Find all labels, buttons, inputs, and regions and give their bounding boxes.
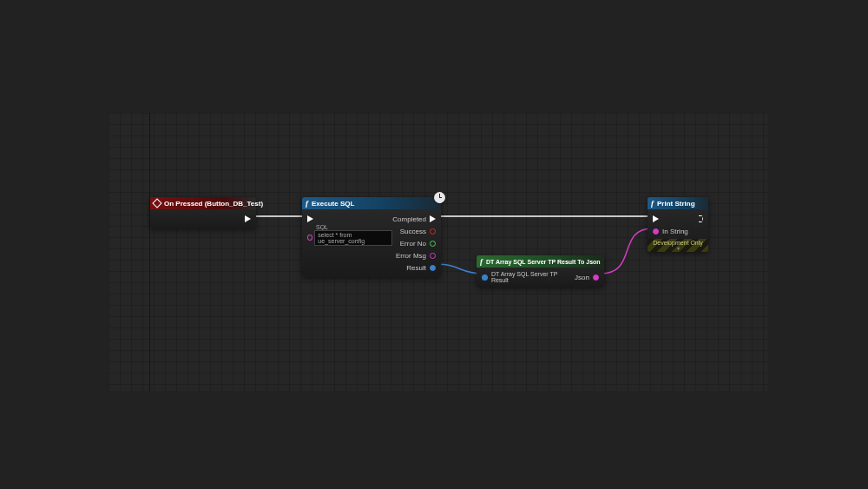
exec-pin-out[interactable]	[699, 215, 703, 222]
node-title: Execute SQL	[312, 200, 354, 208]
sql-input-field[interactable]: select * from ue_server_config	[314, 230, 392, 246]
event-icon	[152, 198, 161, 208]
exec-pin-in[interactable]	[653, 215, 659, 222]
pin-label-completed: Completed	[392, 215, 426, 223]
pin-result[interactable]	[430, 265, 436, 271]
pin-label-result: Result	[406, 264, 426, 272]
grid-gutter	[149, 113, 150, 391]
pin-label-success: Success	[400, 228, 426, 235]
pin-error-no[interactable]	[430, 241, 436, 247]
node-execute-sql[interactable]: f Execute SQL SQL select * from ue_serve…	[302, 197, 441, 277]
node-header[interactable]: On Pressed (Button_DB_Test)	[150, 197, 256, 209]
pin-json-out[interactable]	[593, 274, 599, 281]
node-header[interactable]: f DT Array SQL Server TP Result To Json	[477, 255, 604, 268]
exec-pin-out[interactable]	[245, 215, 251, 222]
function-icon: f	[651, 199, 654, 208]
node-on-pressed[interactable]: On Pressed (Button_DB_Test)	[150, 197, 256, 228]
node-header[interactable]: f Print String	[648, 197, 708, 209]
development-only-badge[interactable]: Development Only	[648, 239, 708, 252]
node-array-to-json[interactable]: f DT Array SQL Server TP Result To Json …	[477, 255, 604, 287]
node-title: Print String	[657, 200, 695, 208]
pin-label-instring: In String	[662, 228, 688, 235]
exec-pin-in[interactable]	[307, 215, 313, 222]
exec-pin-completed[interactable]	[430, 215, 436, 222]
function-icon: f	[480, 257, 483, 266]
node-title: On Pressed (Button_DB_Test)	[164, 200, 263, 208]
pin-label-errorno: Error No	[400, 240, 426, 248]
pin-label-sql: SQL	[316, 224, 392, 230]
pin-label-array-in: DT Array SQL Server TP Result	[491, 271, 575, 283]
pin-in-string[interactable]	[653, 228, 659, 235]
latent-clock-icon	[434, 192, 445, 203]
pin-sql-in[interactable]	[307, 235, 312, 241]
function-icon: f	[306, 199, 308, 208]
pin-label-json: Json	[575, 274, 589, 281]
node-title: DT Array SQL Server TP Result To Json	[486, 259, 601, 265]
pin-label-errormsg: Error Msg	[396, 252, 426, 260]
pin-success[interactable]	[430, 228, 436, 235]
pin-array-in[interactable]	[482, 274, 488, 281]
pin-error-msg[interactable]	[430, 253, 436, 259]
node-header[interactable]: f Execute SQL	[302, 197, 441, 209]
node-print-string[interactable]: f Print String In String Development Onl…	[648, 197, 708, 252]
